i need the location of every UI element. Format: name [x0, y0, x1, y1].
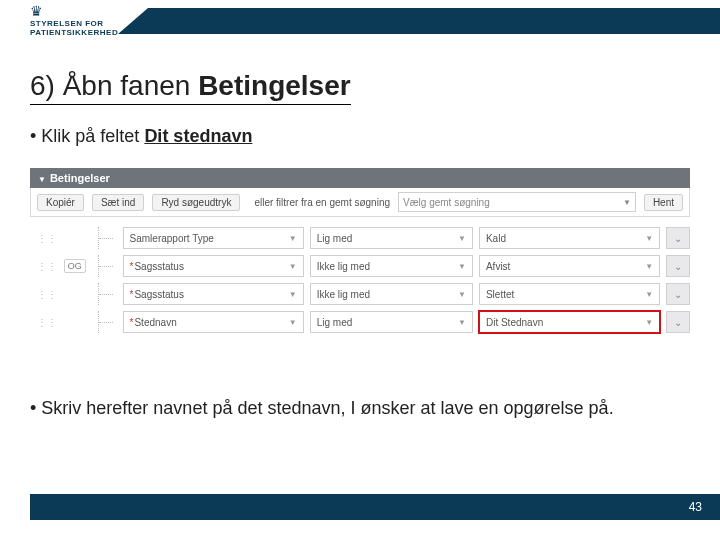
condition-row: ⋮⋮ OG *Sagsstatus▼ Ikke lig med▼ Afvist▼…: [30, 255, 690, 277]
value-select[interactable]: Slettet▼: [479, 283, 660, 305]
value-select[interactable]: Kald▼: [479, 227, 660, 249]
row-menu-button[interactable]: ⌄: [666, 283, 690, 305]
chevron-down-icon: ⌄: [674, 317, 682, 328]
and-operator[interactable]: OG: [64, 259, 86, 273]
row-menu-button[interactable]: ⌄: [666, 255, 690, 277]
chevron-down-icon: ▼: [458, 234, 466, 243]
chevron-down-icon: ▼: [645, 262, 653, 271]
chevron-down-icon: ▼: [289, 262, 297, 271]
row-menu-button[interactable]: ⌄: [666, 227, 690, 249]
chevron-down-icon: ▼: [645, 234, 653, 243]
chevron-down-icon: ▼: [645, 290, 653, 299]
field-select[interactable]: Samlerapport Type▼: [123, 227, 304, 249]
chevron-down-icon: ▼: [289, 318, 297, 327]
tree-line: [98, 283, 121, 305]
slide-title: 6) Åbn fanen Betingelser: [30, 70, 351, 105]
chevron-down-icon: ▼: [623, 198, 631, 207]
fetch-button[interactable]: Hent: [644, 194, 683, 211]
operator-select[interactable]: Ikke lig med▼: [310, 283, 473, 305]
operator-select[interactable]: Lig med▼: [310, 311, 473, 333]
drag-handle-icon[interactable]: ⋮⋮: [30, 227, 64, 249]
title-pre: 6) Åbn fanen: [30, 70, 198, 101]
operator-select[interactable]: Lig med▼: [310, 227, 473, 249]
field-select[interactable]: *Sagsstatus▼: [123, 255, 304, 277]
drag-handle-icon[interactable]: ⋮⋮: [30, 255, 64, 277]
field-select[interactable]: *Stednavn▼: [123, 311, 304, 333]
condition-row: ⋮⋮ Samlerapport Type▼ Lig med▼ Kald▼ ⌄: [30, 227, 690, 249]
header-band: [148, 8, 720, 34]
tree-line: [98, 227, 121, 249]
conditions-panel: ▼Betingelser Kopiér Sæt ind Ryd søgeudtr…: [30, 168, 690, 339]
condition-rows: ⋮⋮ Samlerapport Type▼ Lig med▼ Kald▼ ⌄ ⋮…: [30, 227, 690, 333]
chevron-down-icon: ▼: [289, 290, 297, 299]
panel-title: Betingelser: [50, 172, 110, 184]
footer-band: [30, 494, 720, 520]
page-number: 43: [689, 500, 702, 514]
slide-header: ♛ STYRELSEN FOR PATIENTSIKKERHED: [0, 0, 720, 46]
chevron-down-icon: ▼: [458, 318, 466, 327]
title-bold: Betingelser: [198, 70, 351, 101]
panel-header[interactable]: ▼Betingelser: [30, 168, 690, 188]
bullet1-bold: Dit stednavn: [144, 126, 252, 146]
saved-search-select[interactable]: Vælg gemt søgning ▼: [398, 192, 636, 212]
condition-row: ⋮⋮ *Sagsstatus▼ Ikke lig med▼ Slettet▼ ⌄: [30, 283, 690, 305]
bullet1-pre: Klik på feltet: [41, 126, 144, 146]
chevron-down-icon: ⌄: [674, 261, 682, 272]
value-input-highlighted[interactable]: Dit Stednavn▼: [479, 311, 660, 333]
toolbar: Kopiér Sæt ind Ryd søgeudtryk eller filt…: [30, 188, 690, 217]
chevron-down-icon: ▼: [645, 318, 653, 327]
field-select[interactable]: *Sagsstatus▼: [123, 283, 304, 305]
tree-line: [98, 311, 121, 333]
operator-select[interactable]: Ikke lig med▼: [310, 255, 473, 277]
paste-button[interactable]: Sæt ind: [92, 194, 144, 211]
drag-handle-icon[interactable]: ⋮⋮: [30, 283, 64, 305]
chevron-down-icon: ⌄: [674, 233, 682, 244]
tree-line: [98, 255, 121, 277]
drag-handle-icon[interactable]: ⋮⋮: [30, 311, 64, 333]
clear-button[interactable]: Ryd søgeudtryk: [152, 194, 240, 211]
chevron-down-icon: ⌄: [674, 289, 682, 300]
filter-label: eller filtrer fra en gemt søgning: [254, 197, 390, 208]
bullet-2: Skriv herefter navnet på det stednavn, I…: [30, 396, 660, 420]
header-decor: [118, 8, 148, 34]
saved-search-placeholder: Vælg gemt søgning: [403, 197, 490, 208]
copy-button[interactable]: Kopiér: [37, 194, 84, 211]
condition-row: ⋮⋮ *Stednavn▼ Lig med▼ Dit Stednavn▼ ⌄: [30, 311, 690, 333]
chevron-down-icon: ▼: [289, 234, 297, 243]
chevron-down-icon: ▼: [458, 262, 466, 271]
collapse-icon: ▼: [38, 170, 46, 190]
bullet-1: Klik på feltet Dit stednavn: [30, 126, 252, 147]
value-select[interactable]: Afvist▼: [479, 255, 660, 277]
row-menu-button[interactable]: ⌄: [666, 311, 690, 333]
chevron-down-icon: ▼: [458, 290, 466, 299]
